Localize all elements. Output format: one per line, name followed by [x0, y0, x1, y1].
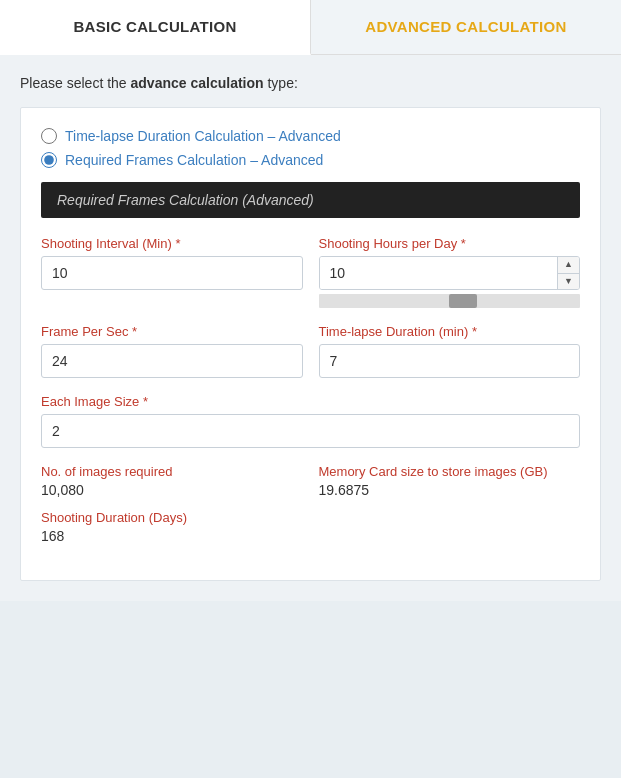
results-row-1: No. of images required 10,080 Memory Car… — [41, 464, 580, 498]
memory-card-group: Memory Card size to store images (GB) 19… — [319, 464, 581, 498]
main-content: Please select the advance calculation ty… — [0, 55, 621, 601]
scrollbar-thumb — [449, 294, 477, 308]
radio-timelapse-label: Time-lapse Duration Calculation – Advanc… — [65, 128, 341, 144]
memory-card-label: Memory Card size to store images (GB) — [319, 464, 581, 479]
tabs-container: BASIC CALCULATION ADVANCED CALCULATION — [0, 0, 621, 55]
radio-timelapse[interactable] — [41, 128, 57, 144]
form-row-3: Each Image Size * — [41, 394, 580, 448]
timelapse-duration-label: Time-lapse Duration (min) * — [319, 324, 581, 339]
timelapse-duration-group: Time-lapse Duration (min) * — [319, 324, 581, 378]
shooting-hours-spinner: ▲ ▼ — [319, 256, 581, 308]
radio-group: Time-lapse Duration Calculation – Advanc… — [41, 128, 580, 168]
shooting-hours-label: Shooting Hours per Day * — [319, 236, 581, 251]
shooting-duration-value: 168 — [41, 528, 580, 544]
images-required-value: 10,080 — [41, 482, 303, 498]
form-row-2: Frame Per Sec * Time-lapse Duration (min… — [41, 324, 580, 378]
memory-card-value: 19.6875 — [319, 482, 581, 498]
radio-frames-label: Required Frames Calculation – Advanced — [65, 152, 323, 168]
radio-frames[interactable] — [41, 152, 57, 168]
radio-item-timelapse[interactable]: Time-lapse Duration Calculation – Advanc… — [41, 128, 580, 144]
instruction-text: Please select the advance calculation ty… — [20, 75, 601, 91]
shooting-hours-input[interactable] — [320, 257, 558, 289]
shooting-hours-group: Shooting Hours per Day * ▲ ▼ — [319, 236, 581, 308]
frame-per-sec-label: Frame Per Sec * — [41, 324, 303, 339]
shooting-interval-group: Shooting Interval (Min) * — [41, 236, 303, 308]
tab-advanced[interactable]: ADVANCED CALCULATION — [311, 0, 621, 54]
shooting-interval-label: Shooting Interval (Min) * — [41, 236, 303, 251]
frame-per-sec-group: Frame Per Sec * — [41, 324, 303, 378]
scrollbar-area[interactable] — [319, 294, 581, 308]
image-size-group: Each Image Size * — [41, 394, 580, 448]
radio-item-frames[interactable]: Required Frames Calculation – Advanced — [41, 152, 580, 168]
image-size-input[interactable] — [41, 414, 580, 448]
timelapse-duration-input[interactable] — [319, 344, 581, 378]
form-row-1: Shooting Interval (Min) * Shooting Hours… — [41, 236, 580, 308]
images-required-group: No. of images required 10,080 — [41, 464, 303, 498]
shooting-duration-group: Shooting Duration (Days) 168 — [41, 510, 580, 544]
frame-per-sec-input[interactable] — [41, 344, 303, 378]
spinner-down-button[interactable]: ▼ — [558, 274, 579, 290]
calculation-card: Time-lapse Duration Calculation – Advanc… — [20, 107, 601, 581]
spinner-buttons: ▲ ▼ — [557, 257, 579, 289]
image-size-label: Each Image Size * — [41, 394, 580, 409]
tab-basic[interactable]: BASIC CALCULATION — [0, 0, 311, 55]
section-title: Required Frames Calculation (Advanced) — [41, 182, 580, 218]
shooting-duration-label: Shooting Duration (Days) — [41, 510, 580, 525]
images-required-label: No. of images required — [41, 464, 303, 479]
results-row-2: Shooting Duration (Days) 168 — [41, 510, 580, 544]
shooting-interval-input[interactable] — [41, 256, 303, 290]
spinner-container: ▲ ▼ — [319, 256, 581, 290]
spinner-up-button[interactable]: ▲ — [558, 257, 579, 274]
